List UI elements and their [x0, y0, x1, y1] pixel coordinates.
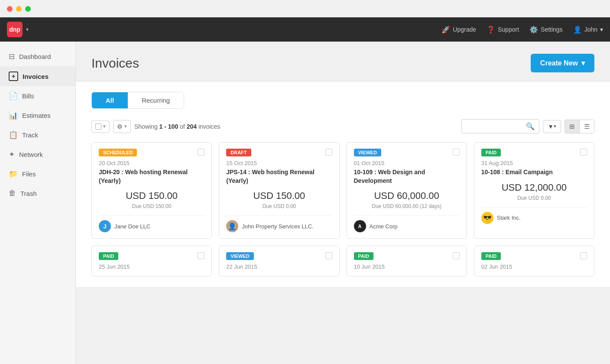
page-title: Invoices: [91, 56, 139, 71]
invoice-count: Showing 1 - 100 of 204 invoices: [134, 123, 458, 130]
status-badge: DRAFT: [226, 149, 251, 156]
bottom-card-top: PAID: [481, 252, 587, 260]
grid-view-button[interactable]: ⊞: [565, 120, 579, 133]
bottom-card-top: VIEWED: [226, 252, 332, 260]
sidebar-item-invoices[interactable]: + Invoices: [0, 66, 75, 86]
status-badge: PAID: [99, 252, 118, 260]
sidebar-item-network[interactable]: ✦ Network: [0, 145, 75, 164]
support-button[interactable]: ❓ Support: [487, 26, 519, 34]
tab-all[interactable]: All: [92, 92, 128, 108]
bottom-card-top: PAID: [99, 252, 204, 260]
search-input[interactable]: [466, 123, 523, 130]
card-date: 22 Jun 2015: [226, 263, 332, 270]
list-view-button[interactable]: ☰: [579, 120, 594, 133]
search-icon: 🔍: [526, 122, 535, 130]
client-name: Stark Inc.: [497, 214, 521, 221]
card-top: VIEWED: [354, 149, 460, 156]
estimates-icon: 📊: [9, 111, 18, 120]
card-footer: A Acme Corp: [354, 215, 460, 232]
titlebar: [0, 0, 610, 17]
gear-icon: ⚙️: [529, 26, 538, 34]
sidebar-item-estimates[interactable]: 📊 Estimates: [0, 106, 75, 125]
invoices-icon: +: [9, 72, 18, 81]
page-header: Invoices Create New ▾: [76, 42, 610, 81]
invoice-grid: SCHEDULED 20 Oct 2015 JDH-20 : Web hosti…: [91, 142, 594, 239]
checkbox-chevron: ▾: [103, 124, 106, 129]
sidebar: ⊟ Dashboard + Invoices 📄 Bills 📊 Estimat…: [0, 42, 76, 364]
card-checkbox[interactable]: [325, 149, 332, 156]
avatar: A: [354, 220, 366, 232]
card-checkbox[interactable]: [453, 149, 460, 156]
filter-icon: ▼: [548, 123, 554, 130]
network-icon: ✦: [9, 150, 15, 159]
maximize-button[interactable]: [25, 6, 31, 12]
minimize-button[interactable]: [16, 6, 22, 12]
create-new-button[interactable]: Create New ▾: [531, 54, 594, 72]
card-footer: 👤 John Property Services LLC.: [226, 215, 332, 232]
upgrade-button[interactable]: 🚀 Upgrade: [441, 26, 476, 34]
files-icon: 📁: [9, 169, 18, 179]
card-checkbox[interactable]: [198, 149, 204, 156]
tabs: All Recurring: [91, 92, 184, 109]
card-date: 20 Oct 2015: [99, 160, 204, 166]
sidebar-item-track[interactable]: 📋 Track: [0, 125, 75, 145]
card-checkbox[interactable]: [325, 252, 332, 259]
bottom-invoice-card: PAID 02 Jun 2015: [474, 246, 594, 276]
rocket-icon: 🚀: [441, 26, 450, 34]
card-due: Due USD 150.00: [99, 203, 204, 209]
user-menu[interactable]: 👤 John ▾: [573, 26, 603, 34]
content-area: All Recurring ▾ ⚙ ▾ Showing 1 - 100 of 2…: [76, 81, 610, 287]
status-badge: VIEWED: [226, 252, 253, 260]
create-new-chevron-icon: ▾: [581, 59, 585, 67]
app-layout: ⊟ Dashboard + Invoices 📄 Bills 📊 Estimat…: [0, 42, 610, 364]
status-badge: PAID: [481, 252, 501, 260]
close-button[interactable]: [7, 6, 13, 12]
checkbox-inner: [95, 124, 101, 130]
card-top: SCHEDULED: [99, 149, 204, 156]
card-due: Due USD 60,000.00 (12 days): [354, 203, 460, 209]
bulk-action-button[interactable]: ⚙ ▾: [113, 120, 131, 133]
bottom-invoice-card: VIEWED 22 Jun 2015: [219, 246, 339, 276]
card-checkbox[interactable]: [198, 252, 204, 259]
settings-button[interactable]: ⚙️ Settings: [529, 26, 563, 34]
sidebar-item-files[interactable]: 📁 Files: [0, 164, 75, 184]
sidebar-item-dashboard[interactable]: ⊟ Dashboard: [0, 47, 75, 66]
tab-recurring[interactable]: Recurring: [128, 92, 184, 108]
card-title: 10-108 : Email Campaign: [481, 168, 587, 177]
card-top: DRAFT: [226, 149, 332, 156]
gear-chevron-icon: ▾: [124, 124, 127, 129]
search-box[interactable]: 🔍: [461, 119, 539, 133]
card-checkbox[interactable]: [453, 252, 460, 259]
client-name: John Property Services LLC.: [242, 223, 313, 230]
invoice-card: DRAFT 15 Oct 2015 JPS-14 : Web hosting R…: [219, 142, 339, 239]
topnav-left: dnp ▾: [7, 22, 29, 37]
card-date: 15 Oct 2015: [226, 160, 332, 166]
card-date: 31 Aug 2015: [481, 160, 587, 166]
card-amount: USD 150.00: [99, 190, 204, 202]
main-content: Invoices Create New ▾ All Recurring ▾ ⚙: [76, 42, 610, 364]
invoice-card: VIEWED 01 Oct 2015 10-109 : Web Design a…: [347, 142, 467, 239]
avatar: J: [99, 220, 111, 232]
invoice-card: SCHEDULED 20 Oct 2015 JDH-20 : Web hosti…: [91, 142, 212, 239]
card-due: Due USD 0.00: [481, 195, 587, 201]
card-checkbox[interactable]: [580, 149, 587, 156]
sidebar-item-bills[interactable]: 📄 Bills: [0, 86, 75, 106]
question-icon: ❓: [487, 26, 495, 34]
card-checkbox[interactable]: [580, 252, 587, 259]
status-badge: SCHEDULED: [99, 149, 137, 156]
bottom-invoice-card: PAID 25 Jun 2015: [91, 246, 212, 276]
toolbar: ▾ ⚙ ▾ Showing 1 - 100 of 204 invoices 🔍: [91, 119, 594, 133]
sidebar-item-trash[interactable]: 🗑 Trash: [0, 184, 75, 203]
track-icon: 📋: [9, 130, 18, 140]
logo[interactable]: dnp: [7, 22, 23, 37]
card-amount: USD 12,000.00: [481, 182, 587, 193]
status-badge: VIEWED: [354, 149, 381, 156]
filter-button[interactable]: ▼ ▾: [543, 120, 561, 133]
bottom-card-top: PAID: [354, 252, 460, 260]
logo-chevron[interactable]: ▾: [26, 26, 29, 32]
select-all-checkbox[interactable]: ▾: [91, 120, 110, 133]
user-icon: 👤: [573, 26, 582, 34]
card-due: Due USD 0.00: [226, 203, 332, 209]
view-toggle: ⊞ ☰: [565, 120, 594, 133]
card-date: 02 Jun 2015: [481, 263, 587, 270]
